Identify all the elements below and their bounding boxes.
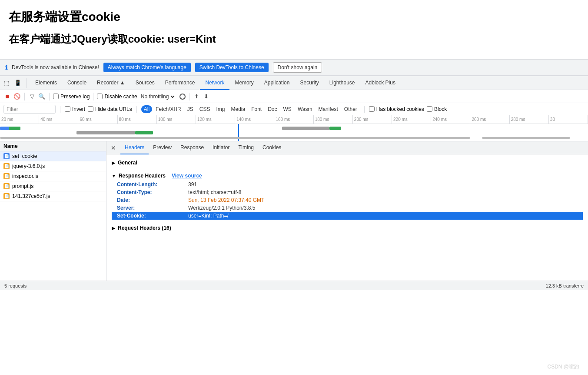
dont-show-again-button[interactable]: Don't show again [273, 62, 322, 73]
headers-content: ▶ General ▼ Response Headers View source… [106, 154, 588, 236]
details-tab-timing[interactable]: Timing [234, 141, 258, 154]
tab-elements[interactable]: Elements [30, 76, 62, 90]
header-name-set-cookie: Set-Cookie: [117, 213, 186, 219]
jquery-name: jquery-3.6.0.js [12, 163, 45, 169]
has-blocked-cookies-label[interactable]: Has blocked cookies [369, 106, 424, 112]
tab-recorder[interactable]: Recorder ▲ [92, 76, 130, 90]
tab-console[interactable]: Console [62, 76, 92, 90]
record-button[interactable]: ⏺ [3, 93, 11, 100]
tab-memory[interactable]: Memory [229, 76, 259, 90]
141-name: 141.327ce5c7.js [12, 193, 50, 199]
header-row-date: Date: Sun, 13 Feb 2022 07:37:40 GMT [112, 196, 583, 204]
filter-fetch-xhr-button[interactable]: Fetch/XHR [153, 105, 184, 113]
timeline-bar-jquery [76, 131, 135, 134]
view-source-link[interactable]: View source [172, 173, 202, 179]
filter-js-button[interactable]: JS [185, 105, 196, 113]
timeline-bar-inspector-green [329, 127, 341, 130]
status-transfer: 12.3 kB transferre [546, 283, 584, 288]
details-tab-response[interactable]: Response [176, 141, 208, 154]
general-section-header[interactable]: ▶ General [112, 158, 583, 167]
details-panel: ✕ Headers Preview Response Initiator Tim… [106, 141, 588, 281]
switch-devtools-chinese-button[interactable]: Switch DevTools to Chinese [195, 63, 269, 72]
network-item-prompt[interactable]: 📄 prompt.js [0, 181, 106, 191]
devtools-status-bar: 5 requests 12.3 kB transferre [0, 281, 588, 290]
network-item-set-cookie[interactable]: 📄 set_cookie [0, 151, 106, 161]
invert-checkbox[interactable] [65, 106, 70, 112]
tick-200ms: 200 ms [353, 115, 392, 124]
network-item-141[interactable]: 📄 141.327ce5c7.js [0, 191, 106, 201]
header-value-set-cookie: user=Kint; Path=/ [188, 213, 229, 219]
preserve-log-checkbox[interactable] [53, 94, 59, 99]
tab-network[interactable]: Network [200, 76, 229, 90]
blocked-requests-text: Block [434, 106, 447, 112]
header-value-content-length: 391 [188, 181, 197, 188]
invert-text: Invert [72, 106, 85, 112]
stop-recording-button[interactable]: 🚫 [13, 93, 21, 100]
filter-wasm-button[interactable]: Wasm [295, 105, 315, 113]
tick-160ms: 160 ms [274, 115, 313, 124]
filter-icon[interactable]: ▽ [28, 93, 36, 100]
details-tab-headers[interactable]: Headers [120, 141, 149, 154]
import-icon[interactable]: ⬆ [193, 93, 201, 100]
141-icon: 📄 [3, 193, 10, 199]
filter-ws-button[interactable]: WS [281, 105, 294, 113]
details-tab-cookies[interactable]: Cookies [258, 141, 286, 154]
timeline-bar-jquery-green [135, 131, 153, 134]
disable-cache-checkbox[interactable] [97, 94, 103, 99]
tab-performance[interactable]: Performance [160, 76, 200, 90]
invert-label[interactable]: Invert [65, 106, 85, 112]
device-toolbar-icon[interactable]: 📱 [13, 78, 23, 88]
tab-application[interactable]: Application [259, 76, 295, 90]
has-blocked-cookies-checkbox[interactable] [369, 106, 375, 112]
network-item-jquery[interactable]: 📄 jquery-3.6.0.js [0, 161, 106, 171]
network-toolbar: ⏺ 🚫 ▽ 🔍 Preserve log Disable cache No th… [0, 90, 588, 103]
wifi-icon[interactable] [179, 94, 186, 100]
inspect-element-icon[interactable]: ⬚ [2, 78, 11, 88]
preserve-log-label[interactable]: Preserve log [53, 94, 90, 100]
header-value-server: Werkzeug/2.0.1 Python/3.8.5 [188, 205, 256, 211]
tick-260ms: 260 ms [470, 115, 509, 124]
tab-adblock-plus[interactable]: Adblock Plus [360, 76, 401, 90]
hide-data-urls-label[interactable]: Hide data URLs [88, 106, 132, 112]
set-cookie-name: set_cookie [12, 153, 37, 159]
filter-all-button[interactable]: All [141, 105, 152, 113]
devtools-main: Name 📄 set_cookie 📄 jquery-3.6.0.js 📄 in… [0, 141, 588, 281]
request-headers-arrow-icon: ▶ [112, 226, 115, 231]
network-list: Name 📄 set_cookie 📄 jquery-3.6.0.js 📄 in… [0, 141, 106, 281]
network-item-inspector[interactable]: 📄 inspector.js [0, 171, 106, 181]
response-headers-label: Response Headers [119, 173, 166, 179]
filter-other-button[interactable]: Other [342, 105, 360, 113]
always-match-language-button[interactable]: Always match Chrome's language [103, 63, 191, 72]
tab-security[interactable]: Security [295, 76, 324, 90]
search-icon[interactable]: 🔍 [38, 93, 46, 100]
set-cookie-icon: 📄 [3, 153, 10, 159]
inspector-icon: 📄 [3, 173, 10, 179]
details-tab-preview[interactable]: Preview [149, 141, 176, 154]
has-blocked-cookies-text: Has blocked cookies [376, 106, 424, 112]
hide-data-urls-checkbox[interactable] [88, 106, 93, 112]
tick-280ms: 280 ms [510, 115, 549, 124]
close-details-button[interactable]: ✕ [108, 143, 119, 153]
export-icon[interactable]: ⬇ [203, 93, 210, 100]
filter-css-button[interactable]: CSS [197, 105, 213, 113]
filter-media-button[interactable]: Media [228, 105, 248, 113]
timeline-bar-set-cookie-green [9, 127, 20, 130]
throttle-select[interactable]: No throttling Fast 3G Slow 3G [139, 93, 176, 100]
request-headers-section-header[interactable]: ▶ Request Headers (16) [112, 223, 583, 233]
devtools-notification: ℹ DevTools is now available in Chinese! … [0, 59, 588, 76]
disable-cache-label[interactable]: Disable cache [97, 94, 137, 100]
details-tab-initiator[interactable]: Initiator [208, 141, 234, 154]
filter-input[interactable] [3, 105, 56, 114]
tick-100ms: 100 ms [157, 115, 196, 124]
filter-img-button[interactable]: Img [213, 105, 227, 113]
header-row-set-cookie: Set-Cookie: user=Kint; Path=/ [112, 212, 583, 220]
filter-doc-button[interactable]: Doc [265, 105, 279, 113]
response-headers-section-header[interactable]: ▼ Response Headers View source [112, 171, 583, 181]
blocked-requests-label[interactable]: Block [427, 106, 447, 112]
tab-lighthouse[interactable]: Lighthouse [324, 76, 360, 90]
page-title-2: 在客户端通过JQuery读取cookie: user=Kint [9, 32, 579, 46]
tab-sources[interactable]: Sources [130, 76, 160, 90]
blocked-requests-checkbox[interactable] [427, 106, 432, 112]
filter-font-button[interactable]: Font [249, 105, 264, 113]
filter-manifest-button[interactable]: Manifest [316, 105, 340, 113]
